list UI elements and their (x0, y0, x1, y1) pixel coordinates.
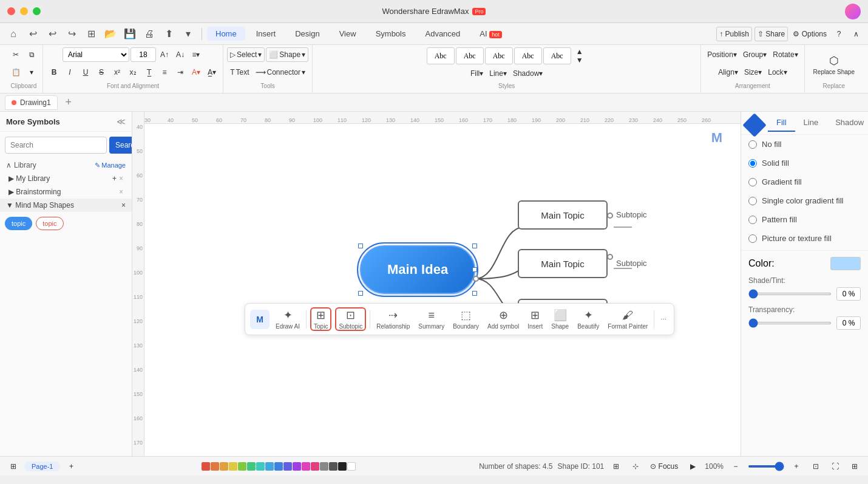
handle-bl[interactable] (358, 291, 363, 296)
italic-btn[interactable]: I (63, 65, 77, 80)
subtopic-btn[interactable]: ⊡ Subtopic (335, 307, 366, 331)
shade-value[interactable] (836, 287, 861, 301)
shade-slider[interactable] (748, 293, 832, 295)
rp-tab-shadow[interactable]: Shadow (827, 114, 868, 132)
snap-btn[interactable]: ⊹ (628, 459, 643, 474)
color-red[interactable] (202, 462, 210, 471)
add-tab-btn[interactable]: + (60, 94, 77, 111)
home-icon[interactable]: ⌂ (5, 26, 22, 43)
group-btn[interactable]: Group▾ (741, 47, 769, 62)
superscript-btn[interactable]: x² (110, 65, 124, 80)
undo2-icon[interactable]: ↩ (44, 26, 61, 43)
style-box-2[interactable]: Abc (456, 47, 484, 64)
fill-option-picture[interactable]: Picture or texture fill (741, 229, 868, 248)
brainstorming-close-icon[interactable]: × (119, 188, 123, 196)
fill-option-gradient[interactable]: Gradient fill (741, 172, 868, 191)
handle-mr[interactable] (472, 267, 477, 272)
menu-design[interactable]: Design (287, 27, 328, 41)
lock-btn[interactable]: Lock▾ (765, 65, 789, 80)
line-btn[interactable]: Line▾ (487, 66, 509, 81)
grid-btn[interactable]: ⊞ (609, 459, 623, 474)
search-button[interactable]: Search (109, 137, 132, 154)
bold-btn[interactable]: B (47, 65, 61, 80)
styles-more-btn[interactable]: ▲▼ (572, 49, 587, 63)
print-icon[interactable]: 🖨 (141, 26, 158, 43)
style-box-3[interactable]: Abc (485, 47, 513, 64)
color-teal[interactable] (256, 462, 265, 471)
color-violet[interactable] (293, 462, 301, 471)
share-btn[interactable]: ⇧ Share (754, 27, 788, 41)
page-add-icon[interactable]: ⊞ (6, 459, 21, 474)
brainstorming-item[interactable]: ▶ Brainstorming × (0, 185, 132, 199)
color-purple[interactable] (283, 462, 292, 471)
save-icon[interactable]: 💾 (121, 26, 138, 43)
size-btn[interactable]: Size▾ (742, 65, 764, 80)
copy-btn[interactable]: ⧉ (24, 47, 39, 62)
red-shape-sample[interactable]: topic (36, 217, 63, 230)
mind-map-close-icon[interactable]: × (121, 201, 126, 210)
connector-dot[interactable] (473, 276, 479, 282)
handle-tl[interactable] (358, 244, 363, 248)
options-btn[interactable]: ⚙ Options (790, 27, 829, 41)
undo-icon[interactable]: ↩ (24, 26, 41, 43)
zoom-in-btn[interactable]: + (789, 459, 804, 474)
add-icon[interactable]: + (112, 174, 117, 183)
fill-none-radio[interactable] (748, 140, 757, 149)
menu-home[interactable]: Home (207, 27, 245, 41)
replace-shape-btn[interactable]: ⬡ Replace Shape (809, 52, 860, 78)
color-yellow[interactable] (229, 462, 237, 471)
handle-tr[interactable] (472, 244, 477, 248)
boundary-btn[interactable]: ⬚ Boundary (450, 307, 481, 331)
canvas-area[interactable]: 30 40 50 60 70 80 90 100 110 120 130 140… (132, 112, 741, 456)
open-icon[interactable]: 📂 (102, 26, 119, 43)
style-box-4[interactable]: Abc (514, 47, 542, 64)
color-dark-gray[interactable] (329, 462, 337, 471)
color-green1[interactable] (247, 462, 256, 471)
fill-picture-radio[interactable] (748, 234, 757, 243)
zoom-out-btn[interactable]: − (728, 459, 743, 474)
font-color-btn[interactable]: A▾ (189, 65, 203, 80)
user-avatar[interactable] (845, 4, 861, 19)
mind-map-section[interactable]: ▼ Mind Map Shapes × (0, 199, 132, 212)
position-btn[interactable]: Position▾ (705, 47, 739, 62)
paste-special-btn[interactable]: ▾ (24, 65, 39, 80)
color-gray[interactable] (320, 462, 328, 471)
fill-option-solid[interactable]: Solid fill (741, 154, 868, 172)
new-icon[interactable]: ⊞ (83, 26, 100, 43)
close-button[interactable] (7, 7, 15, 15)
color-lime[interactable] (238, 462, 246, 471)
fullscreen-btn[interactable]: ⛶ (828, 459, 843, 474)
blue-shape-sample[interactable]: topic (5, 217, 32, 230)
topic-btn[interactable]: ⊞ Topic (310, 307, 331, 331)
fill-option-single-gradient[interactable]: Single color gradient fill (741, 191, 868, 210)
rp-tab-fill[interactable]: Fill (768, 114, 795, 132)
subtopic-1[interactable]: Subtopic (616, 210, 647, 219)
collapse-btn[interactable]: ∧ (849, 27, 863, 41)
menu-view[interactable]: View (331, 27, 365, 41)
focus-btn[interactable]: ⊙ Focus (648, 459, 680, 474)
menu-symbols[interactable]: Symbols (367, 27, 415, 41)
color-black[interactable] (338, 462, 347, 471)
color-blue1[interactable] (265, 462, 274, 471)
zoom-slider[interactable] (748, 465, 784, 468)
help-btn[interactable]: ? (832, 27, 846, 41)
shape-tool-btn[interactable]: ⬜ Shape ▾ (266, 47, 308, 62)
font-family-select[interactable]: Arial (63, 47, 129, 62)
highlight-btn[interactable]: A̲▾ (205, 65, 219, 80)
menu-insert[interactable]: Insert (248, 27, 285, 41)
fill-gradient-radio[interactable] (748, 178, 757, 186)
sidebar-collapse-icon[interactable]: ≪ (117, 117, 126, 126)
more-canvas-btn[interactable]: ⋯ (658, 315, 669, 324)
main-idea-node[interactable]: Main Idea (360, 245, 475, 294)
underline-btn[interactable]: U (78, 65, 93, 80)
more-icon[interactable]: ▾ (180, 26, 197, 43)
close-icon[interactable]: × (119, 174, 123, 183)
text-tool-btn[interactable]: T Text (228, 65, 251, 80)
subtopic-2[interactable]: Subtopic (616, 259, 647, 268)
color-blue2[interactable] (274, 462, 283, 471)
fill-single-gradient-radio[interactable] (748, 197, 757, 205)
format-painter-btn[interactable]: 🖌 Format Painter (605, 308, 650, 331)
list-btn[interactable]: ≡ (157, 65, 172, 80)
color-orange1[interactable] (211, 462, 219, 471)
color-white[interactable] (347, 462, 356, 471)
